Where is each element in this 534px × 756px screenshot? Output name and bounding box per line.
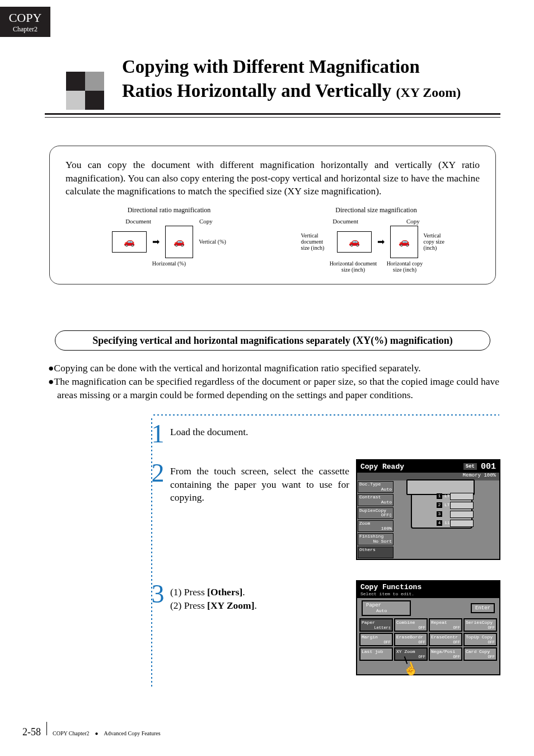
intro-text: You can copy the document with different… — [65, 158, 480, 198]
tray-icon[interactable] — [450, 502, 474, 509]
v-copy-size-label: Vertical copy size (inch) — [424, 232, 452, 251]
document-icon: 🚗 — [112, 231, 147, 253]
vertical-pct-label: Vertical (%) — [199, 239, 226, 245]
page-title: Copying with Different Magnification Rat… — [122, 55, 500, 103]
function-button-paper[interactable]: PaperLetter▯ — [359, 618, 393, 632]
tab-line2: Chapter2 — [13, 25, 38, 34]
enter-button[interactable]: Enter — [471, 603, 495, 613]
function-button-erasebordr[interactable]: EraseBordrOFF — [394, 633, 428, 646]
diagram-left: Directional ratio magnification Document… — [69, 206, 268, 273]
set-button[interactable]: Set — [463, 463, 477, 470]
side-button-others[interactable]: Others — [358, 547, 394, 558]
doc-label: Document — [125, 218, 151, 225]
step-2-text: From the touch screen, select the casset… — [170, 465, 349, 505]
chapter-tab: COPY Chapter2 — [0, 7, 50, 37]
paper-button[interactable]: Paper Auto — [362, 600, 411, 616]
step-3: 3 (1) Press [Others]. (2) Press [XY Zoom… — [146, 581, 349, 612]
header-rule-thick — [45, 113, 500, 115]
doc-label-r: Document — [332, 218, 358, 225]
screen-sidebar: Doc.TypeAutoContrastAutoDuplexCopyOFF▯Zo… — [357, 480, 394, 559]
bullet-list: ●Copying can be done with the vertical a… — [48, 362, 499, 402]
bullet-2: ●The magnification can be specified rega… — [48, 375, 499, 402]
tray-icon[interactable] — [450, 493, 474, 500]
copy-label-r: Copy — [406, 218, 420, 225]
tray-num-4: 4 — [437, 520, 442, 526]
screen-title: Copy Ready — [360, 463, 404, 471]
copy-icon-r: 🚗 — [390, 226, 418, 258]
subheading-text: Specifying vertical and horizontal magni… — [92, 335, 452, 347]
footer-dot-icon: ● — [95, 730, 98, 736]
h-copy-size-label: Horizontal copy size (inch) — [385, 260, 424, 273]
copy-count: 001 — [481, 462, 496, 472]
v-doc-size-label: Vertical document size (inch) — [301, 232, 331, 251]
title-line1: Copying with Different Magnification — [122, 57, 420, 77]
functions-title: Copy Functions — [360, 583, 421, 591]
tray-num-2: 2 — [437, 502, 442, 508]
step-number-2: 2 — [146, 460, 170, 486]
function-button-margin[interactable]: MarginOFF — [359, 633, 393, 646]
function-button-cardcopy[interactable]: Card CopyOFF — [463, 647, 497, 661]
header-rule-thin — [45, 117, 500, 118]
page-number: 2-58 — [22, 726, 41, 738]
diagram-right-head: Directional size magnification — [277, 206, 475, 214]
side-button-doctype[interactable]: Doc.TypeAuto — [358, 481, 394, 493]
bullet-1: ●Copying can be done with the vertical a… — [48, 362, 499, 375]
step-2: 2 From the touch screen, select the cass… — [146, 460, 349, 505]
side-button-contrast[interactable]: ContrastAuto — [358, 494, 394, 506]
side-button-zoom[interactable]: Zoom100% — [358, 520, 394, 532]
functions-grid: PaperLetter▯CombineOFFRepeatOFFSeriesCop… — [359, 618, 497, 661]
function-button-erasecentr[interactable]: EraseCentrOFF — [429, 633, 462, 646]
functions-subtitle: Select item to edit. — [360, 591, 496, 596]
function-button-lastjob[interactable]: Last job — [359, 647, 393, 661]
tab-line1: COPY — [9, 11, 42, 25]
step-3-text: (1) Press [Others]. (2) Press [XY Zoom]. — [170, 586, 349, 612]
footer-section: Advanced Copy Features — [104, 730, 161, 736]
function-button-combine[interactable]: CombineOFF — [394, 618, 428, 632]
document-icon-r: 🚗 — [337, 231, 372, 253]
arrow-icon-r: ➡ — [377, 236, 385, 247]
diagram-right: Directional size magnification Document … — [277, 206, 475, 273]
step-number-3: 3 — [146, 581, 170, 607]
title-line2: Ratios Horizontally and Vertically — [122, 81, 396, 101]
intro-box: You can copy the document with different… — [49, 146, 496, 284]
tray-icon[interactable] — [450, 520, 474, 527]
side-button-duplexcopy[interactable]: DuplexCopyOFF▯ — [358, 507, 394, 519]
function-button-seriescopy[interactable]: SeriesCopyOFF — [463, 618, 497, 632]
function-button-topupcopy[interactable]: TopUp CopyOFF — [463, 633, 497, 646]
diagram-left-head: Directional ratio magnification — [69, 206, 268, 214]
copy-ready-screen: Copy Ready Set 001 Memory 100% Doc.TypeA… — [356, 459, 500, 560]
arrow-icon: ➡ — [152, 236, 160, 247]
functions-titlebar: Copy Functions Select item to edit. — [357, 581, 499, 598]
step-number-1: 1 — [146, 421, 170, 447]
tray-icon[interactable] — [450, 511, 474, 518]
dotted-vertical — [151, 417, 152, 689]
side-button-finishing[interactable]: FinishingNo Sort — [358, 533, 394, 545]
copy-functions-screen: Copy Functions Select item to edit. Pape… — [356, 580, 500, 675]
subheading: Specifying vertical and horizontal magni… — [55, 330, 490, 351]
tray-num-1: 1 — [437, 493, 442, 499]
dotted-horizontal — [152, 414, 499, 416]
step-1: 1 Load the document. — [146, 421, 349, 447]
copier-illustration: 1 2 3 4 LTR▯ LTR 11x17 — [394, 480, 499, 559]
page-footer: 2-58 COPY Chapter2 ● Advanced Copy Featu… — [22, 722, 161, 738]
function-button-negaposi[interactable]: Nega/PosiOFF — [429, 647, 462, 661]
copy-label: Copy — [199, 218, 213, 225]
function-button-repeat[interactable]: RepeatOFF — [429, 618, 462, 632]
title-suffix: (XY Zoom) — [396, 85, 461, 100]
function-button-xyzoom[interactable]: XY ZoomOFF — [394, 647, 428, 661]
screen-titlebar: Copy Ready Set 001 — [357, 460, 499, 473]
footer-chapter: COPY Chapter2 — [53, 730, 89, 736]
h-doc-size-label: Horizontal document size (inch) — [328, 260, 378, 273]
step-1-text: Load the document. — [170, 426, 349, 439]
horizontal-pct-label: Horizontal (%) — [152, 260, 186, 267]
page-header: Copying with Different Magnification Rat… — [62, 55, 500, 103]
tray-num-3: 3 — [437, 511, 442, 517]
header-squares-icon — [62, 72, 115, 112]
copy-icon: 🚗 — [165, 226, 193, 258]
